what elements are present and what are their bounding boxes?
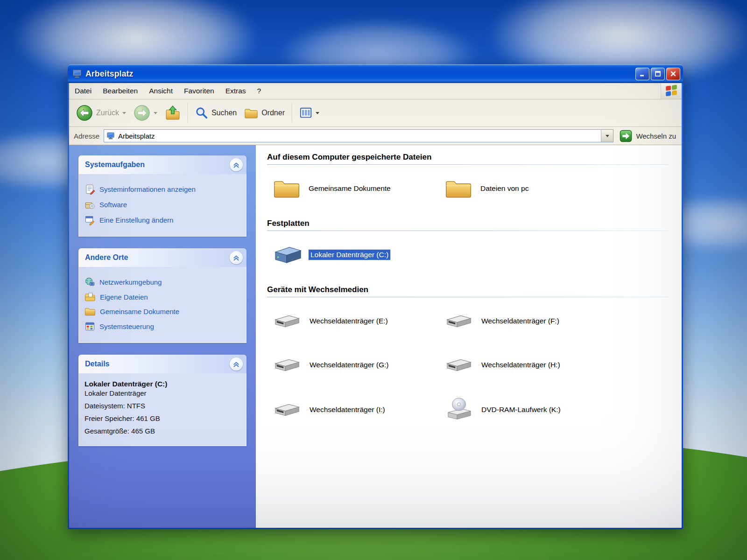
- panel-details-header[interactable]: Details: [78, 355, 247, 373]
- panel-system-tasks: Systemaufgaben Systeminformationen anzei…: [78, 155, 247, 237]
- my-computer-icon: [72, 69, 82, 79]
- views-dropdown-icon[interactable]: [316, 112, 319, 114]
- toolbar-separator: [292, 103, 292, 123]
- search-icon: [195, 106, 208, 119]
- panel-other-places-header[interactable]: Andere Orte: [78, 248, 247, 267]
- forward-dropdown-icon[interactable]: [154, 112, 157, 114]
- details-free-space: Freier Speicher: 461 GB: [85, 414, 240, 422]
- item-wechseldatentraeger-h[interactable]: Wechseldatenträger (H:): [444, 353, 669, 377]
- removable-drive-icon: [273, 400, 302, 419]
- collapse-button[interactable]: [230, 158, 243, 171]
- details-drive-type: Lokaler Datenträger: [85, 389, 240, 397]
- item-wechseldatentraeger-f[interactable]: Wechseldatenträger (F:): [444, 309, 669, 333]
- item-label[interactable]: DVD-RAM-Laufwerk (K:): [479, 405, 563, 415]
- up-folder-icon: [165, 105, 181, 121]
- menubar: Datei Bearbeiten Ansicht Favoriten Extra…: [69, 83, 682, 99]
- collapse-button[interactable]: [230, 251, 243, 264]
- removable-drive-icon: [444, 356, 473, 374]
- folder-icon: [444, 177, 472, 200]
- item-wechseldatentraeger-i[interactable]: Wechseldatenträger (I:): [273, 398, 444, 421]
- system-info-icon: [85, 184, 95, 195]
- item-label[interactable]: Wechseldatenträger (E:): [308, 316, 390, 326]
- item-wechseldatentraeger-e[interactable]: Wechseldatenträger (E:): [273, 309, 444, 333]
- panel-details-body: Lokaler Datenträger (C:) Lokaler Datentr…: [78, 373, 247, 446]
- desktop: Arbeitsplatz Datei Bearbeiten Ansicht Fa…: [0, 0, 747, 560]
- item-label[interactable]: Dateien von pc: [479, 183, 530, 194]
- task-label[interactable]: Eine Einstellung ändern: [99, 216, 173, 224]
- panel-title: Andere Orte: [85, 253, 230, 262]
- software-icon: [85, 199, 95, 210]
- folder-icon: [273, 177, 301, 200]
- task-einstellung-aendern[interactable]: Eine Einstellung ändern: [85, 215, 240, 225]
- section-title: Festplatten: [267, 219, 669, 228]
- window-controls: [635, 68, 680, 80]
- maximize-icon: [654, 70, 662, 77]
- windows-logo-area: [661, 83, 682, 99]
- content: Systemaufgaben Systeminformationen anzei…: [69, 145, 682, 528]
- item-dvd-ram-laufwerk-k[interactable]: DVD-RAM-Laufwerk (K:): [444, 397, 669, 422]
- section-wechselmedien: Geräte mit Wechselmedien Wechseldatenträ…: [267, 285, 669, 424]
- menu-item-datei[interactable]: Datei: [69, 83, 97, 99]
- item-label[interactable]: Lokaler Datenträger (C:): [309, 250, 390, 260]
- maximize-button[interactable]: [651, 68, 665, 80]
- panel-details: Details Lokaler Datenträger (C:) Lokaler…: [78, 355, 247, 446]
- double-chevron-up-icon: [232, 253, 241, 262]
- place-label[interactable]: Netzwerkumgebung: [99, 278, 162, 286]
- address-combobox[interactable]: Arbeitsplatz: [104, 129, 613, 142]
- back-icon: [76, 105, 93, 121]
- item-label[interactable]: Wechseldatenträger (I:): [308, 405, 387, 415]
- place-label[interactable]: Gemeinsame Dokumente: [100, 308, 179, 315]
- menu-item-hilfe[interactable]: ?: [252, 83, 267, 99]
- item-wechseldatentraeger-g[interactable]: Wechseldatenträger (G:): [273, 353, 444, 377]
- go-button[interactable]: Wechseln zu: [618, 130, 679, 142]
- item-dateien-von-pc[interactable]: Dateien von pc: [444, 177, 669, 200]
- go-label: Wechseln zu: [636, 132, 676, 140]
- panel-system-tasks-header[interactable]: Systemaufgaben: [78, 155, 247, 174]
- place-label[interactable]: Eigene Dateien: [100, 293, 148, 301]
- item-label[interactable]: Wechseldatenträger (G:): [308, 360, 390, 370]
- views-button[interactable]: [296, 105, 323, 121]
- toolbar-separator: [188, 103, 188, 123]
- item-label[interactable]: Wechseldatenträger (H:): [479, 360, 562, 370]
- item-label[interactable]: Wechseldatenträger (F:): [479, 316, 561, 326]
- folders-icon: [244, 107, 258, 119]
- address-value[interactable]: Arbeitsplatz: [115, 132, 601, 140]
- menu-item-ansicht[interactable]: Ansicht: [143, 83, 178, 99]
- titlebar[interactable]: Arbeitsplatz: [68, 64, 683, 83]
- close-button[interactable]: [666, 68, 680, 80]
- item-lokaler-datentraeger-c[interactable]: Lokaler Datenträger (C:): [273, 243, 444, 266]
- address-dropdown-button[interactable]: [601, 130, 613, 142]
- folders-button[interactable]: Ordner: [241, 105, 288, 121]
- back-button[interactable]: Zurück: [73, 103, 129, 123]
- forward-icon: [134, 105, 150, 121]
- collapse-button[interactable]: [230, 357, 243, 371]
- toolbar: Zurück Suchen Ordner: [69, 99, 682, 127]
- place-gemeinsame-dokumente[interactable]: Gemeinsame Dokumente: [85, 307, 240, 316]
- up-button[interactable]: [162, 104, 184, 122]
- section-festplatten: Festplatten Lokaler Datenträger (C:): [267, 219, 669, 268]
- removable-drive-icon: [273, 356, 302, 374]
- place-netzwerkumgebung[interactable]: Netzwerkumgebung: [85, 277, 240, 287]
- menu-item-favoriten[interactable]: Favoriten: [178, 83, 220, 99]
- hard-drive-icon: [273, 244, 303, 266]
- place-label[interactable]: Systemsteuerung: [99, 322, 154, 330]
- item-gemeinsame-dokumente[interactable]: Gemeinsame Dokumente: [273, 177, 444, 200]
- task-label[interactable]: Systeminformationen anzeigen: [99, 185, 196, 193]
- search-button[interactable]: Suchen: [192, 105, 240, 121]
- back-dropdown-icon[interactable]: [122, 112, 126, 114]
- network-icon: [85, 277, 95, 287]
- task-label[interactable]: Software: [99, 201, 127, 209]
- menu-item-bearbeiten[interactable]: Bearbeiten: [97, 83, 143, 99]
- panel-other-places: Andere Orte Netzwerkumgebung: [78, 248, 247, 343]
- panel-title: Systemaufgaben: [85, 161, 230, 169]
- search-label: Suchen: [211, 109, 237, 117]
- menu-item-extras[interactable]: Extras: [220, 83, 252, 99]
- task-systeminformationen[interactable]: Systeminformationen anzeigen: [85, 184, 240, 195]
- place-systemsteuerung[interactable]: Systemsteuerung: [85, 321, 240, 332]
- place-eigene-dateien[interactable]: Eigene Dateien: [85, 292, 240, 302]
- task-software[interactable]: Software: [85, 199, 240, 210]
- forward-button[interactable]: [130, 103, 161, 123]
- minimize-icon: [639, 70, 646, 77]
- item-label[interactable]: Gemeinsame Dokumente: [307, 183, 393, 194]
- minimize-button[interactable]: [635, 68, 649, 80]
